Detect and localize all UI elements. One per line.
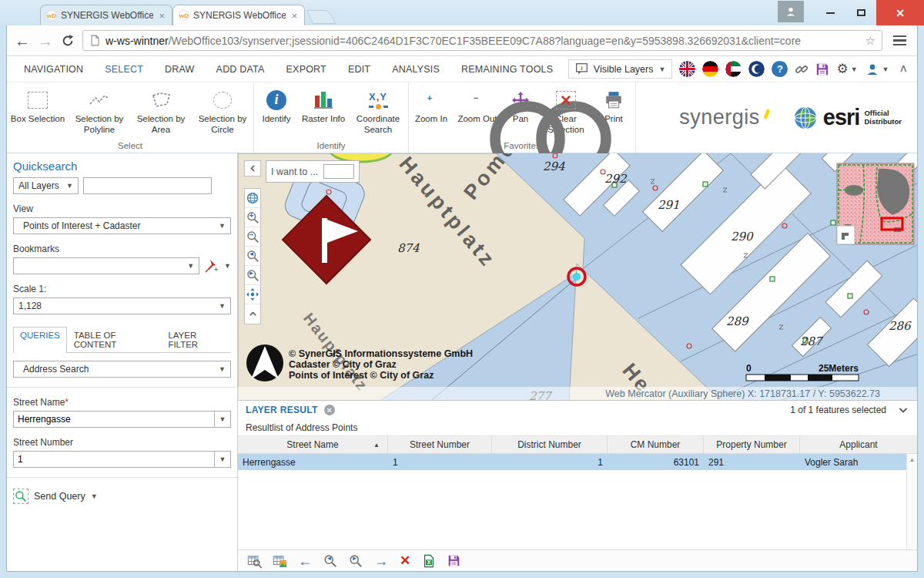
full-extent-button[interactable] (245, 189, 260, 208)
identify-button[interactable]: i Identify (254, 86, 299, 125)
back-icon[interactable]: ← (15, 33, 30, 49)
query-select[interactable]: Address Search▼ (13, 361, 231, 378)
north-arrow-icon (246, 344, 283, 381)
menu-select[interactable]: SELECT (94, 64, 154, 75)
close-button[interactable]: ✕ (876, 0, 924, 25)
remove-result-button[interactable]: ✕ (400, 554, 410, 567)
svg-text:289: 289 (726, 314, 749, 328)
map-canvas[interactable]: Hauptplatz Hauptplatz Pomer He 874 294 2… (238, 153, 917, 400)
next-extent-button[interactable]: ► (245, 266, 260, 285)
table-row[interactable]: Herrengasse 1 1 63101 291 Vogler Sarah (238, 454, 917, 470)
box-selection-icon (28, 92, 48, 109)
street-number-input[interactable] (13, 451, 214, 468)
export-excel-button[interactable] (422, 554, 436, 568)
send-query-caret[interactable]: ▼ (91, 492, 98, 500)
selection-by-polyline-button[interactable]: Selection by Polyline (69, 86, 130, 136)
column-header[interactable]: Property Number (704, 436, 800, 453)
column-header[interactable]: Street Name▲ (238, 436, 388, 453)
profile-button[interactable] (778, 1, 804, 22)
tab-layer-filter[interactable]: LAYER FILTER (161, 327, 231, 352)
menu-add-data[interactable]: ADD DATA (206, 64, 276, 75)
zoom-next-feature-button[interactable]: ► (349, 554, 363, 568)
coordinate-search-button[interactable]: X,Y Coordinate Search (348, 86, 408, 136)
save-session-icon[interactable] (815, 62, 829, 76)
center-map-button[interactable] (245, 285, 260, 304)
street-name-dropdown-button[interactable]: ▼ (214, 411, 231, 428)
zoom-to-result-button[interactable] (247, 554, 261, 568)
minimize-button[interactable] (815, 0, 845, 25)
browser-tab-web[interactable]: wD SYNERGIS WebOffice Web × (172, 5, 305, 25)
menu-analysis[interactable]: ANALYSIS (381, 64, 450, 75)
column-header[interactable]: CM Number (608, 436, 704, 453)
tab-close-icon[interactable]: × (157, 11, 166, 21)
result-scrollbar[interactable]: ▲ (906, 454, 917, 549)
send-query-button[interactable]: Send Query ▼ (13, 489, 231, 504)
browser-tab-admin[interactable]: wD SYNERGIS WebOffice Adm × (40, 5, 172, 25)
reload-icon[interactable] (61, 34, 75, 48)
window-frame-bottom (0, 572, 924, 578)
tab-close-icon[interactable]: × (290, 11, 299, 21)
column-header[interactable]: District Number (492, 436, 608, 453)
next-feature-button[interactable]: → (374, 554, 388, 568)
close-result-icon[interactable]: ✕ (324, 405, 335, 415)
i-want-to-input[interactable] (323, 164, 354, 179)
column-header[interactable]: Applicant (800, 436, 917, 453)
view-label: View (13, 203, 231, 214)
tab-queries[interactable]: QUERIES (13, 327, 67, 353)
menu-export[interactable]: EXPORT (276, 64, 337, 75)
quicksearch-input[interactable] (83, 177, 212, 194)
link-icon[interactable] (795, 62, 808, 76)
user-dropdown[interactable]: ▼ (865, 62, 889, 77)
street-number-dropdown-button[interactable]: ▼ (214, 451, 231, 468)
collapse-ribbon-icon[interactable]: ᐱ (896, 64, 911, 74)
save-result-button[interactable] (447, 554, 460, 567)
visible-layers-dropdown[interactable]: i Visible Layers ▼ (568, 59, 673, 79)
settings-dropdown[interactable]: ⚙ ▼ (836, 62, 857, 76)
layer-result-tab[interactable]: LAYER RESULT (246, 405, 318, 415)
quicksearch-layer-select[interactable]: All Layers▼ (13, 177, 79, 194)
map-panel-collapse-button[interactable] (244, 160, 261, 176)
browser-menu-icon[interactable] (890, 32, 909, 49)
language-german-icon[interactable] (702, 61, 718, 77)
previous-extent-button[interactable]: ◄ (245, 247, 260, 266)
map-zoom-out-button[interactable]: − (245, 227, 260, 247)
selection-by-area-button[interactable]: Selection by Area (130, 86, 192, 136)
chevron-down-icon: ▼ (882, 66, 889, 73)
bookmarks-select[interactable]: ▼ (13, 257, 199, 274)
map-toolbar-collapse-button[interactable] (245, 304, 260, 324)
send-query-icon (13, 489, 28, 504)
street-name-input[interactable] (13, 411, 214, 428)
quicksearch-icon[interactable] (216, 178, 231, 193)
page-icon (89, 35, 101, 46)
column-header[interactable]: Street Number (388, 436, 492, 453)
language-arabic-icon[interactable] (725, 61, 742, 77)
selection-by-circle-button[interactable]: Selection by Circle (192, 86, 253, 136)
menu-remaining-tools[interactable]: REMAINING TOOLS (450, 64, 564, 75)
maximize-button[interactable] (845, 0, 876, 25)
tab-table-of-content[interactable]: TABLE OF CONTENT (67, 327, 162, 352)
map-zoom-in-button[interactable]: + (245, 208, 260, 227)
language-crescent-icon[interactable] (748, 61, 765, 77)
address-bar[interactable]: w-ws-wintner/WebOffice103/synserver;jses… (82, 30, 882, 51)
scale-select[interactable]: 1,128▼ (13, 297, 231, 314)
bookmark-star-icon[interactable]: ☆ (865, 34, 875, 48)
forward-icon[interactable]: → (38, 33, 53, 49)
menu-navigation[interactable]: NAVIGATION (13, 64, 94, 75)
box-selection-button[interactable]: Box Selection (7, 86, 69, 125)
result-map-tips-button[interactable] (273, 554, 286, 568)
help-icon[interactable]: ? (772, 61, 788, 77)
i-want-to-box[interactable]: I want to ... (266, 160, 360, 183)
collapse-panel-icon[interactable] (897, 404, 909, 416)
previous-feature-button[interactable]: ← (298, 554, 312, 568)
browser-frame: ← → w-ws-wintner/WebOffice103/synserver;… (6, 25, 918, 572)
menu-edit[interactable]: EDIT (337, 64, 381, 75)
zoom-in-button[interactable]: + Zoom In (409, 86, 454, 125)
menu-draw[interactable]: DRAW (154, 64, 206, 75)
language-english-icon[interactable] (679, 61, 695, 77)
view-select[interactable]: Points of Interest + Cadaster▼ (13, 217, 231, 234)
raster-info-button[interactable]: Raster Info (299, 86, 348, 125)
synergis-leaf-icon (762, 109, 772, 119)
zoom-previous-feature-button[interactable]: ◄ (323, 554, 337, 568)
attribution-line: Points of Interest © City of Graz (289, 370, 434, 381)
new-tab-button[interactable] (306, 10, 336, 24)
